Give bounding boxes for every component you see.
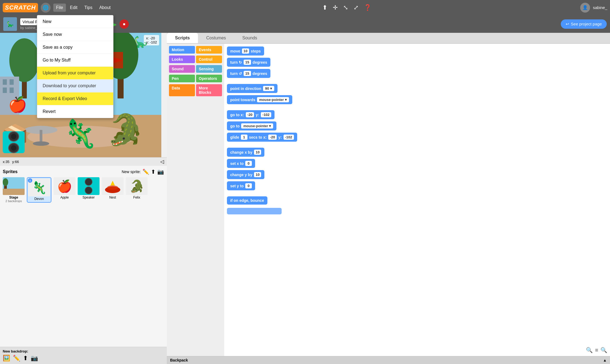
block-glide-x[interactable]: -20 bbox=[268, 135, 277, 140]
info-badge-devon[interactable]: ℹ bbox=[28, 178, 32, 183]
block-change-x[interactable]: change x by 10 bbox=[227, 148, 264, 157]
block-glide[interactable]: glide 1 secs to x: -20 y: -102 bbox=[227, 133, 297, 142]
file-menu-trigger[interactable]: File bbox=[53, 4, 66, 12]
cat-sound[interactable]: Sound bbox=[169, 65, 195, 73]
cat-operators[interactable]: Operators bbox=[196, 75, 222, 82]
block-set-y-input[interactable]: 0 bbox=[245, 183, 252, 188]
block-turn-ccw-input[interactable]: 15 bbox=[244, 71, 251, 76]
block-move-steps[interactable]: move 10 steps bbox=[227, 46, 264, 56]
sprites-panel: Sprites New sprite: ✏️ ⬆ 📷 bbox=[0, 166, 167, 347]
block-turn-ccw-suffix: degrees bbox=[253, 71, 267, 76]
backdrop-camera-icon[interactable]: 📷 bbox=[31, 355, 38, 362]
blocks-layout: Motion Events Looks Control Sound Sensin… bbox=[167, 44, 610, 356]
speaker-thumbnail bbox=[78, 177, 100, 195]
menu-item-save-now[interactable]: Save now bbox=[37, 28, 113, 41]
cat-looks[interactable]: Looks bbox=[169, 56, 195, 63]
block-point-dir[interactable]: point in direction 90 ▾ bbox=[227, 84, 278, 93]
block-set-y[interactable]: set y to 0 bbox=[227, 181, 255, 190]
x-coord-label: x: bbox=[3, 160, 5, 164]
block-bounce[interactable]: if on edge, bounce bbox=[227, 196, 267, 205]
cat-more-blocks[interactable]: More Blocks bbox=[196, 84, 222, 96]
block-set-x[interactable]: set x to 0 bbox=[227, 159, 255, 168]
see-project-button[interactable]: ↩ See project page bbox=[561, 19, 607, 29]
block-turn-cw[interactable]: turn ↻ 15 degrees bbox=[227, 58, 270, 67]
help-icon[interactable]: ❓ bbox=[364, 4, 371, 11]
block-goto-target[interactable]: go to mouse-pointer ▾ bbox=[227, 121, 276, 130]
block-set-x-input[interactable]: 0 bbox=[245, 161, 252, 166]
menu-item-new[interactable]: New bbox=[37, 15, 113, 28]
sprite-item-devon[interactable]: ℹ 🦎 Devon bbox=[27, 177, 51, 203]
svg-point-14 bbox=[33, 141, 49, 146]
tips-menu-trigger[interactable]: Tips bbox=[81, 4, 95, 12]
block-point-towards[interactable]: point towards mouse-pointer ▾ bbox=[227, 95, 292, 104]
tab-scripts[interactable]: Scripts bbox=[167, 33, 198, 43]
block-change-y[interactable]: change y by 10 bbox=[227, 170, 264, 179]
camera-sprite-icon[interactable]: 📷 bbox=[157, 168, 164, 175]
block-goto-target-dropdown[interactable]: mouse-pointer ▾ bbox=[241, 123, 273, 129]
user-avatar[interactable]: 👤 bbox=[580, 3, 590, 13]
backpack-bar[interactable]: Backpack ▲ bbox=[167, 356, 610, 364]
expand-icon[interactable]: ⤡ bbox=[343, 4, 348, 11]
cat-data[interactable]: Data bbox=[169, 84, 195, 96]
zoom-in-icon[interactable]: 🔍 bbox=[600, 347, 607, 353]
block-change-y-input[interactable]: 10 bbox=[254, 172, 261, 177]
block-change-x-input[interactable]: 10 bbox=[254, 150, 261, 155]
block-partial-bottom bbox=[227, 208, 282, 214]
sprite-item-nest[interactable]: Nest bbox=[102, 177, 124, 203]
sprite-speaker-box[interactable] bbox=[3, 131, 25, 153]
menu-item-download[interactable]: Download to your computer bbox=[37, 80, 113, 92]
category-grid: Motion Events Looks Control Sound Sensin… bbox=[169, 46, 222, 97]
block-glide-y[interactable]: -102 bbox=[284, 135, 294, 140]
stop-button[interactable]: ■ bbox=[119, 19, 129, 29]
globe-icon[interactable]: 🌐 bbox=[41, 3, 51, 13]
sprite-item-stage[interactable]: Stage 2 backdrops bbox=[3, 177, 25, 203]
edit-menu-trigger[interactable]: Edit bbox=[67, 4, 80, 12]
stage-sprite-name: Stage bbox=[9, 196, 18, 199]
tab-costumes[interactable]: Costumes bbox=[198, 33, 234, 43]
devon-name: Devon bbox=[34, 197, 44, 201]
scripts-canvas[interactable]: move 10 steps turn ↻ 15 degrees turn ↺ 1… bbox=[224, 44, 610, 356]
cat-events[interactable]: Events bbox=[196, 46, 222, 54]
backdrop-image-icon[interactable]: 🖼️ bbox=[3, 355, 10, 362]
sprite-item-apple[interactable]: 🍎 Apple bbox=[54, 177, 75, 203]
backdrop-paint-icon[interactable]: ✏️ bbox=[13, 355, 20, 362]
block-goto-x-input[interactable]: -20 bbox=[246, 112, 254, 117]
block-turn-ccw[interactable]: turn ↺ 15 degrees bbox=[227, 69, 270, 78]
block-goto-xy[interactable]: go to x: -20 y: -102 bbox=[227, 110, 275, 119]
upload-sprite-icon[interactable]: ⬆ bbox=[151, 168, 156, 175]
cat-control[interactable]: Control bbox=[196, 56, 222, 63]
cursor-icon[interactable]: ✛ bbox=[333, 4, 338, 11]
block-glide-secs[interactable]: 1 bbox=[241, 135, 247, 140]
menu-item-record-video[interactable]: Record & Export Video bbox=[37, 92, 113, 105]
block-point-towards-dropdown[interactable]: mouse-pointer ▾ bbox=[257, 97, 289, 102]
zoom-reset-icon[interactable]: ≡ bbox=[595, 347, 598, 353]
block-move-input[interactable]: 10 bbox=[242, 48, 249, 54]
svg-rect-9 bbox=[10, 79, 14, 85]
backdrop-upload-icon[interactable]: ⬆ bbox=[23, 355, 28, 362]
cat-sensing[interactable]: Sensing bbox=[196, 65, 222, 73]
sprite-item-speaker[interactable]: Speaker bbox=[78, 177, 100, 203]
block-point-dir-input[interactable]: 90 ▾ bbox=[263, 86, 274, 91]
menu-item-revert[interactable]: Revert bbox=[37, 105, 113, 118]
menu-item-save-copy[interactable]: Save as a copy bbox=[37, 41, 113, 54]
zoom-out-icon[interactable]: 🔍 bbox=[586, 347, 593, 353]
sprite-apple[interactable]: 🍎 bbox=[8, 96, 27, 113]
corner-x-value: -20 bbox=[150, 36, 155, 40]
block-change-x-label: change x by bbox=[230, 150, 252, 155]
upload-icon[interactable]: ⬆ bbox=[322, 4, 327, 11]
about-menu-trigger[interactable]: About bbox=[97, 4, 113, 12]
tab-sounds[interactable]: Sounds bbox=[234, 33, 265, 43]
sprite-devon[interactable]: 🦎 bbox=[63, 118, 97, 150]
menu-item-my-stuff[interactable]: Go to My Stuff bbox=[37, 54, 113, 67]
menu-item-upload[interactable]: Upload from your computer bbox=[37, 67, 113, 80]
block-turn-cw-input[interactable]: 15 bbox=[244, 60, 251, 65]
block-goto-y-input[interactable]: -102 bbox=[261, 112, 271, 117]
sprite-item-felix[interactable]: 🐊 Felix bbox=[126, 177, 148, 203]
tabs-bar: Scripts Costumes Sounds bbox=[167, 33, 610, 44]
shrink-icon[interactable]: ⤢ bbox=[354, 4, 358, 11]
cat-motion[interactable]: Motion bbox=[169, 46, 195, 54]
paint-sprite-icon[interactable]: ✏️ bbox=[142, 168, 149, 175]
stage-resize-icon[interactable]: ◁ bbox=[160, 159, 164, 165]
cat-pen[interactable]: Pen bbox=[169, 75, 195, 82]
sprites-title: Sprites bbox=[3, 169, 17, 174]
